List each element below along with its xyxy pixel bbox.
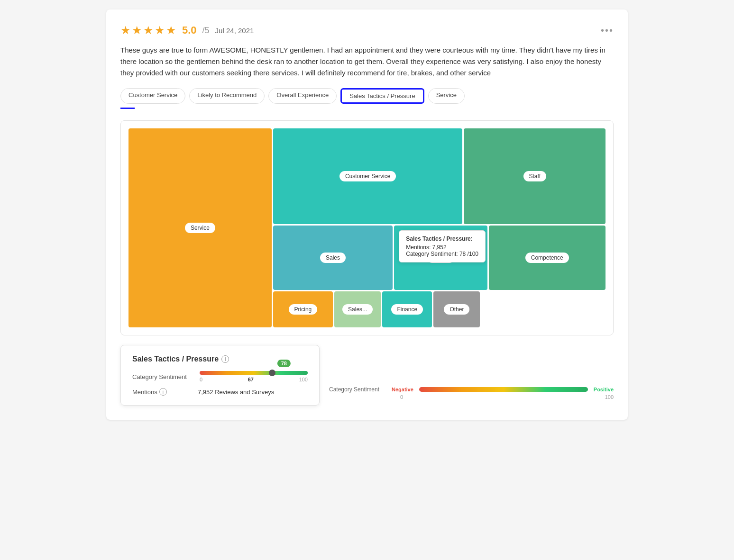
treemap-speed-cell[interactable]: Speed Sales Tactics / Pressure: Mentions…	[394, 226, 487, 290]
tag-service[interactable]: Service	[428, 88, 465, 104]
treemap-sales-small-cell[interactable]: Sales...	[334, 291, 381, 327]
info-icon[interactable]: i	[221, 355, 229, 363]
legend-track	[419, 387, 588, 392]
star-1: ★	[120, 24, 131, 37]
review-text: These guys are true to form AWESOME, HON…	[120, 45, 614, 79]
treemap-top-row: Customer Service Staff	[273, 128, 606, 224]
rating-max: /5	[202, 26, 210, 36]
treemap-staff-label: Staff	[523, 171, 546, 181]
tag-customer-service[interactable]: Customer Service	[120, 88, 185, 104]
sentiment-current: 67	[248, 377, 254, 382]
treemap-sales-label: Sales	[320, 253, 346, 263]
tooltip-mentions: Mentions: 7,952	[406, 244, 478, 251]
tag-likely-to-recommend[interactable]: Likely to Recommend	[189, 88, 265, 104]
star-rating: ★ ★ ★ ★ ★	[120, 24, 176, 37]
info-card: Sales Tactics / Pressure i Category Sent…	[120, 345, 320, 406]
sentiment-min: 0	[200, 377, 202, 382]
treemap-competence-label: Competence	[525, 253, 569, 263]
review-date: Jul 24, 2021	[215, 27, 254, 35]
tooltip-title: Sales Tactics / Pressure:	[406, 235, 478, 242]
legend-card: Category Sentiment Negative Positive 0 1…	[329, 345, 614, 406]
mentions-label: Mentions i	[132, 388, 194, 396]
legend-max: 100	[605, 394, 614, 400]
sentiment-thumb	[269, 370, 275, 376]
star-2: ★	[132, 24, 142, 37]
sentiment-max: 100	[299, 377, 308, 382]
star-3: ★	[143, 24, 154, 37]
sentiment-track-wrap: 78 0 67 100	[200, 371, 308, 382]
rating-value: 5.0	[182, 24, 197, 36]
treemap-finance-label: Finance	[391, 304, 423, 315]
treemap-finance-cell[interactable]: Finance	[382, 291, 432, 327]
treemap-section: Service Customer Service Staff Sales	[120, 120, 614, 335]
bottom-panels: Sales Tactics / Pressure i Category Sent…	[120, 345, 614, 406]
treemap-service-label: Service	[185, 223, 215, 233]
treemap-staff-cell[interactable]: Staff	[464, 128, 606, 224]
treemap-customer-service-cell[interactable]: Customer Service	[273, 128, 463, 224]
treemap-bottom-row: Pricing Sales... Finance Other	[273, 291, 606, 327]
treemap-middle-row: Sales Speed Sales Tactics / Pressure: Me…	[273, 226, 606, 290]
sentiment-row: Category Sentiment 78 0 67 100	[132, 371, 308, 382]
legend-min: 0	[400, 394, 403, 400]
legend-label: Category Sentiment	[329, 386, 386, 393]
treemap-customer-service-label: Customer Service	[339, 171, 396, 181]
more-options-button[interactable]: •••	[601, 25, 614, 36]
legend-negative: Negative	[392, 387, 413, 392]
legend-range: 0 100	[329, 394, 614, 400]
treemap-tooltip: Sales Tactics / Pressure: Mentions: 7,95…	[399, 230, 486, 262]
sentiment-bubble: 78	[277, 360, 291, 367]
sentiment-numbers: 0 67 100	[200, 377, 308, 382]
treemap-competence-cell[interactable]: Competence	[489, 226, 606, 290]
treemap-service-cell[interactable]: Service	[128, 128, 272, 327]
page-container: ★ ★ ★ ★ ★ 5.0/5 Jul 24, 2021 ••• These g…	[106, 9, 628, 420]
treemap-right: Customer Service Staff Sales Speed	[273, 128, 606, 327]
scroll-indicator	[120, 108, 135, 109]
review-header: ★ ★ ★ ★ ★ 5.0/5 Jul 24, 2021 •••	[120, 24, 614, 37]
tag-overall-experience[interactable]: Overall Experience	[268, 88, 337, 104]
treemap-other-cell[interactable]: Other	[433, 291, 480, 327]
mentions-value: 7,952 Reviews and Surveys	[198, 388, 274, 396]
treemap-sales-cell[interactable]: Sales	[273, 226, 393, 290]
info-card-title-text: Sales Tactics / Pressure	[132, 355, 219, 363]
mentions-info-icon[interactable]: i	[159, 388, 167, 396]
treemap-pricing-cell[interactable]: Pricing	[273, 291, 333, 327]
legend-row: Category Sentiment Negative Positive	[329, 386, 614, 393]
sentiment-track	[200, 371, 308, 375]
legend-positive: Positive	[594, 387, 614, 392]
tag-sales-tactics[interactable]: Sales Tactics / Pressure	[340, 88, 424, 104]
treemap-sales-small-label: Sales...	[342, 304, 373, 315]
tags-row: Customer Service Likely to Recommend Ove…	[120, 88, 614, 104]
mentions-row: Mentions i 7,952 Reviews and Surveys	[132, 388, 308, 396]
treemap-other-label: Other	[444, 304, 469, 315]
tooltip-sentiment: Category Sentiment: 78 /100	[406, 251, 478, 257]
treemap-container: Service Customer Service Staff Sales	[128, 128, 606, 327]
star-4: ★	[155, 24, 165, 37]
sentiment-label: Category Sentiment	[132, 373, 194, 380]
treemap-pricing-label: Pricing	[289, 304, 318, 315]
star-5: ★	[166, 24, 176, 37]
